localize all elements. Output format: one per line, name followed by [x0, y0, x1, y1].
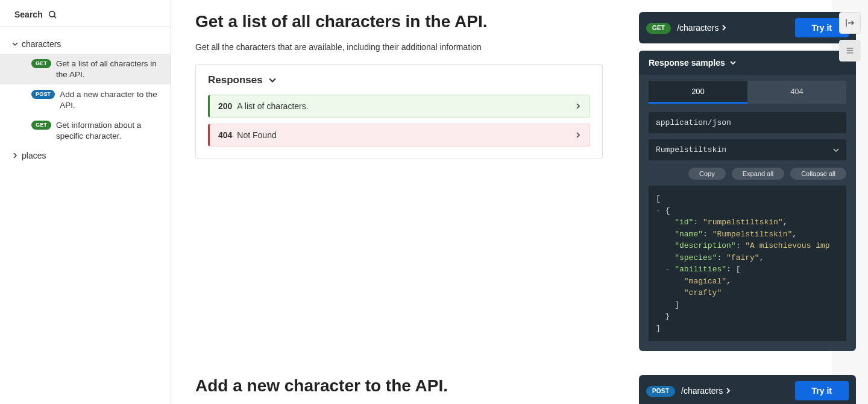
- nav-group-toggle-places[interactable]: places: [0, 146, 171, 165]
- response-code: 404: [218, 130, 232, 140]
- chevron-down-icon: [730, 60, 736, 66]
- sidebar-item-label: Get information about a specific charact…: [56, 120, 163, 141]
- svg-line-1: [54, 16, 55, 18]
- mime-type: application/json: [649, 112, 846, 133]
- sidebar: Search characters GET Get a list of all …: [0, 0, 171, 404]
- chevron-right-icon: [12, 153, 18, 159]
- main-content: Get a list of all characters in the API.…: [171, 0, 627, 404]
- method-badge: POST: [646, 386, 675, 397]
- svg-point-0: [49, 11, 54, 17]
- chevron-right-icon: [721, 25, 727, 31]
- sidebar-item-label: Add a new character to the API.: [60, 89, 163, 110]
- svg-rect-4: [847, 48, 854, 49]
- method-badge: POST: [31, 90, 55, 99]
- expand-panel-button[interactable]: [839, 12, 861, 34]
- endpoint-path: /characters: [681, 386, 731, 396]
- samples-tabs: 200 404: [639, 75, 856, 104]
- sidebar-item-get-character[interactable]: GET Get information about a specific cha…: [0, 115, 171, 146]
- chevron-down-icon: [269, 77, 276, 84]
- response-404[interactable]: 404 Not Found: [208, 124, 590, 147]
- expand-all-button[interactable]: Expand all: [732, 168, 784, 180]
- responses-header-label: Responses: [208, 74, 263, 86]
- layout-icon: [845, 46, 855, 55]
- chevron-down-icon: [833, 147, 839, 153]
- layout-button[interactable]: [839, 40, 861, 62]
- search-label: Search: [14, 10, 43, 19]
- responses-card: Responses 200 A list of characters. 404 …: [195, 64, 603, 159]
- chevron-right-icon: [725, 388, 731, 394]
- response-code: 200: [218, 101, 232, 111]
- response-200[interactable]: 200 A list of characters.: [208, 95, 590, 118]
- response-json[interactable]: [ - { "id": "rumpelstiltskin", "name": "…: [649, 186, 846, 341]
- icon-rail: [839, 12, 861, 62]
- endpoint-bar-post[interactable]: POST /characters Try it: [639, 375, 856, 404]
- endpoint-path: /characters: [677, 23, 727, 33]
- sidebar-item-add-character[interactable]: POST Add a new character to the API.: [0, 84, 171, 115]
- response-text: Not Found: [237, 130, 276, 140]
- response-samples-label: Response samples: [649, 58, 725, 68]
- copy-button[interactable]: Copy: [688, 168, 726, 180]
- nav-group-label: places: [22, 151, 46, 160]
- samples-panel: GET /characters Try it Response samples …: [627, 0, 868, 404]
- search-input[interactable]: Search: [0, 10, 171, 27]
- chevron-down-icon: [12, 41, 18, 47]
- try-it-button[interactable]: Try it: [795, 381, 849, 400]
- chevron-right-icon: [575, 132, 581, 138]
- response-samples-toggle[interactable]: Response samples: [639, 51, 856, 75]
- example-name: Rumpelstiltskin: [656, 145, 726, 154]
- nav-group-label: characters: [22, 39, 61, 49]
- expand-icon: [844, 17, 855, 28]
- method-badge: GET: [646, 23, 671, 34]
- page-title: Get a list of all characters in the API.: [195, 12, 603, 31]
- method-badge: GET: [31, 121, 51, 130]
- chevron-right-icon: [575, 103, 581, 109]
- tab-404[interactable]: 404: [747, 81, 846, 104]
- collapse-all-button[interactable]: Collapse all: [790, 168, 846, 180]
- response-text: A list of characters.: [237, 101, 308, 111]
- svg-rect-5: [847, 50, 854, 51]
- svg-rect-6: [847, 52, 854, 54]
- nav-group-characters: characters GET Get a list of all charact…: [0, 34, 171, 146]
- search-icon: [48, 10, 57, 19]
- method-badge: GET: [31, 59, 51, 68]
- sidebar-item-list-characters[interactable]: GET Get a list of all characters in the …: [0, 54, 171, 84]
- sidebar-item-label: Get a list of all characters in the API.: [56, 58, 163, 80]
- responses-toggle[interactable]: Responses: [208, 74, 590, 86]
- tab-200[interactable]: 200: [649, 81, 747, 104]
- nav-group-places: places: [0, 146, 171, 165]
- endpoint-bar-get[interactable]: GET /characters Try it: [639, 12, 856, 43]
- response-samples-card: Response samples 200 404 application/jso…: [639, 51, 856, 351]
- nav-group-toggle-characters[interactable]: characters: [0, 34, 171, 54]
- code-actions: Copy Expand all Collapse all: [639, 160, 856, 180]
- page-description: Get all the characters that are availabl…: [195, 42, 603, 52]
- section-title-add-character: Add a new character to the API.: [195, 376, 603, 396]
- example-selector[interactable]: Rumpelstiltskin: [649, 139, 846, 160]
